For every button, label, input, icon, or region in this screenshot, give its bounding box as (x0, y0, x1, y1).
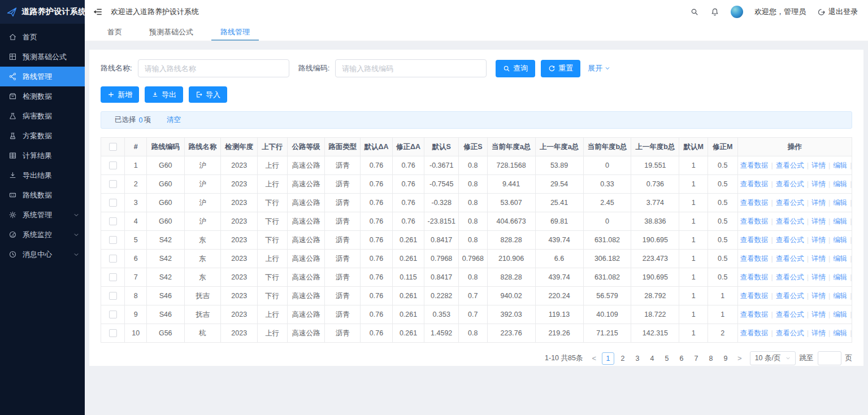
sidebar-item-11[interactable]: 消息中心 (0, 244, 85, 264)
op-view-data-link[interactable]: 查看数据 (740, 273, 769, 281)
op-view-data-link[interactable]: 查看数据 (740, 180, 769, 188)
page-button-4[interactable]: 4 (646, 352, 658, 365)
sidebar-item-1[interactable]: 预测基础公式 (0, 47, 85, 67)
bell-icon[interactable] (710, 7, 719, 16)
op-view-data-link[interactable]: 查看数据 (740, 217, 769, 225)
jump-page-input[interactable] (818, 351, 841, 365)
op-view-formula-link[interactable]: 查看公式 (776, 199, 804, 207)
row-checkbox[interactable] (109, 161, 117, 169)
page-button-1[interactable]: 1 (602, 352, 614, 365)
op-view-formula-link[interactable]: 查看公式 (776, 180, 804, 188)
op-detail-link[interactable]: 详情 (811, 236, 826, 244)
op-view-data-link[interactable]: 查看数据 (740, 199, 769, 207)
prev-page-button[interactable]: < (590, 354, 598, 362)
op-edit-link[interactable]: 编辑 (833, 217, 847, 225)
table-cell: 940.02 (487, 287, 535, 305)
avatar[interactable] (731, 6, 743, 18)
sidebar-item-9[interactable]: 系统管理 (0, 205, 85, 225)
page-button-9[interactable]: 9 (719, 352, 732, 365)
expand-label: 展开 (588, 63, 602, 73)
sidebar-item-4[interactable]: 病害数据 (0, 106, 85, 126)
search-button[interactable]: 查询 (496, 60, 535, 77)
op-edit-link[interactable]: 编辑 (833, 273, 847, 281)
route-name-input[interactable] (138, 59, 289, 77)
expand-toggle[interactable]: 展开 (588, 63, 610, 73)
table-cell: G60 (146, 212, 184, 231)
op-edit-link[interactable]: 编辑 (833, 329, 847, 337)
op-view-data-link[interactable]: 查看数据 (740, 329, 769, 337)
op-edit-link[interactable]: 编辑 (833, 236, 847, 244)
row-checkbox[interactable] (109, 236, 117, 244)
op-detail-link[interactable]: 详情 (811, 217, 826, 225)
menu-fold-icon[interactable] (93, 7, 103, 17)
select-all-checkbox[interactable] (109, 143, 117, 151)
op-edit-link[interactable]: 编辑 (833, 255, 847, 263)
row-checkbox[interactable] (109, 273, 117, 281)
op-view-data-link[interactable]: 查看数据 (740, 311, 769, 318)
op-edit-link[interactable]: 编辑 (833, 199, 847, 207)
row-checkbox[interactable] (109, 292, 117, 300)
page-button-8[interactable]: 8 (705, 352, 717, 365)
add-button[interactable]: 新增 (101, 86, 139, 103)
op-edit-link[interactable]: 编辑 (833, 161, 847, 169)
op-detail-link[interactable]: 详情 (811, 199, 826, 207)
row-checkbox[interactable] (109, 199, 117, 207)
sidebar-item-5[interactable]: 方案数据 (0, 126, 85, 146)
op-view-formula-link[interactable]: 查看公式 (776, 273, 804, 281)
op-view-formula-link[interactable]: 查看公式 (776, 292, 804, 300)
op-edit-link[interactable]: 编辑 (833, 311, 847, 318)
clear-selection-link[interactable]: 清空 (167, 115, 181, 125)
logout-button[interactable]: 退出登录 (817, 7, 858, 17)
page-button-6[interactable]: 6 (675, 352, 688, 365)
search-icon[interactable] (690, 7, 699, 16)
op-view-formula-link[interactable]: 查看公式 (776, 161, 804, 169)
op-detail-link[interactable]: 详情 (811, 161, 826, 169)
op-edit-link[interactable]: 编辑 (833, 180, 847, 188)
sidebar-item-label: 路线管理 (23, 72, 52, 82)
row-checkbox[interactable] (109, 255, 117, 263)
op-view-formula-link[interactable]: 查看公式 (776, 329, 804, 337)
op-view-formula-link[interactable]: 查看公式 (776, 236, 804, 244)
op-detail-link[interactable]: 详情 (811, 292, 826, 300)
row-checkbox[interactable] (109, 329, 117, 337)
page-button-7[interactable]: 7 (690, 352, 702, 365)
op-detail-link[interactable]: 详情 (811, 273, 826, 281)
row-actions: 查看数据|查看公式|详情|编辑|删除 (737, 212, 852, 231)
page-button-2[interactable]: 2 (617, 352, 629, 365)
reset-button[interactable]: 重置 (541, 60, 580, 77)
tab-1[interactable]: 预测基础公式 (144, 24, 199, 41)
page-button-3[interactable]: 3 (631, 352, 644, 365)
op-view-data-link[interactable]: 查看数据 (740, 236, 769, 244)
row-checkbox[interactable] (109, 217, 117, 225)
op-edit-link[interactable]: 编辑 (833, 292, 847, 300)
row-checkbox[interactable] (109, 180, 117, 188)
tab-0[interactable]: 首页 (102, 24, 128, 41)
op-view-formula-link[interactable]: 查看公式 (776, 311, 804, 318)
table-cell: 439.74 (535, 268, 583, 287)
import-button[interactable]: 导入 (189, 86, 227, 103)
op-detail-link[interactable]: 详情 (811, 311, 826, 318)
op-detail-link[interactable]: 详情 (811, 255, 826, 263)
op-view-data-link[interactable]: 查看数据 (740, 255, 769, 263)
table-cell: G60 (146, 156, 184, 175)
sidebar-item-8[interactable]: 路线数据 (0, 185, 85, 205)
page-size-select[interactable]: 10 条/页 (750, 351, 796, 365)
sidebar-item-7[interactable]: 导出结果 (0, 165, 85, 185)
sidebar-item-2[interactable]: 路线管理 (0, 67, 85, 86)
row-checkbox[interactable] (109, 311, 117, 318)
sidebar-item-6[interactable]: 计算结果 (0, 146, 85, 165)
sidebar-item-0[interactable]: 首页 (0, 27, 85, 47)
sidebar-item-10[interactable]: 系统监控 (0, 225, 85, 244)
next-page-button[interactable]: > (736, 354, 744, 362)
route-code-input[interactable] (335, 59, 487, 77)
op-detail-link[interactable]: 详情 (811, 180, 826, 188)
page-button-5[interactable]: 5 (661, 352, 673, 365)
op-view-formula-link[interactable]: 查看公式 (776, 255, 804, 263)
op-detail-link[interactable]: 详情 (811, 329, 826, 337)
op-view-data-link[interactable]: 查看数据 (740, 161, 769, 169)
export-button[interactable]: 导出 (145, 86, 183, 103)
op-view-formula-link[interactable]: 查看公式 (776, 217, 804, 225)
sidebar-item-3[interactable]: 检测数据 (0, 86, 85, 106)
tab-2[interactable]: 路线管理 (215, 24, 255, 41)
op-view-data-link[interactable]: 查看数据 (740, 292, 769, 300)
